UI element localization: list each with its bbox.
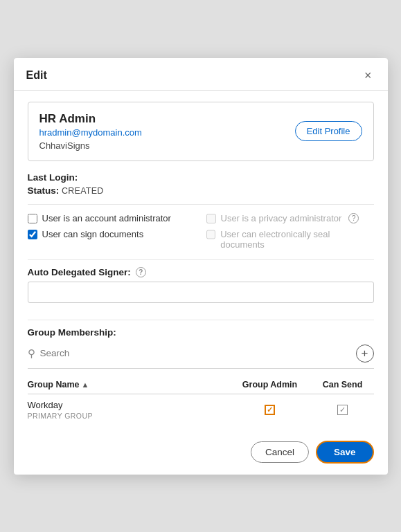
modal-header: Edit × <box>14 58 388 91</box>
divider-3 <box>28 320 374 320</box>
profile-org: ChhaviSigns <box>39 140 142 151</box>
can-send-checkbox[interactable]: ✓ <box>337 405 348 415</box>
electronic-seal-checkbox <box>206 230 216 239</box>
group-admin-cell: ✓ <box>229 405 312 415</box>
modal-footer: Cancel Save <box>14 432 388 475</box>
table-row: Workday PRIMARY GROUP ✓ ✓ <box>28 394 374 421</box>
account-admin-checkbox[interactable] <box>28 214 37 223</box>
can-send-cell: ✓ <box>312 405 374 415</box>
electronic-seal-label: User can electronically seal documents <box>220 229 373 250</box>
divider-1 <box>28 204 374 205</box>
sort-arrow-icon: ▲ <box>82 380 89 389</box>
modal-title: Edit <box>26 69 47 82</box>
status-value: CREATED <box>62 186 104 196</box>
col-group-admin: Group Admin <box>229 380 312 389</box>
edit-modal: Edit × HR Admin hradmin@mydomain.com Chh… <box>14 58 388 475</box>
can-sign-label: User can sign documents <box>42 229 144 239</box>
profile-email: hradmin@mydomain.com <box>39 127 142 138</box>
group-membership-label: Group Membership: <box>28 327 374 338</box>
auto-delegated-label: Auto Delegated Signer: ? <box>28 267 374 277</box>
cancel-button[interactable]: Cancel <box>251 441 309 463</box>
privacy-admin-row: User is a privacy administrator ? <box>206 213 374 223</box>
electronic-seal-row: User can electronically seal documents <box>206 229 374 250</box>
auto-delegated-input[interactable] <box>28 282 374 303</box>
account-admin-label: User is an account administrator <box>42 213 171 223</box>
privacy-admin-checkbox <box>206 214 216 223</box>
can-send-check-mark: ✓ <box>339 405 346 414</box>
save-button[interactable]: Save <box>316 441 374 464</box>
modal-body: HR Admin hradmin@mydomain.com ChhaviSign… <box>14 91 388 432</box>
group-admin-check-mark: ✓ <box>267 405 273 414</box>
can-sign-checkbox[interactable] <box>28 230 37 239</box>
profile-card: HR Admin hradmin@mydomain.com ChhaviSign… <box>28 102 374 161</box>
group-name-cell: Workday PRIMARY GROUP <box>28 400 229 420</box>
col-group-name: Group Name ▲ <box>28 380 229 389</box>
profile-username: HR Admin <box>39 112 142 126</box>
table-header: Group Name ▲ Group Admin Can Send <box>28 376 374 394</box>
status-row: Status: CREATED <box>28 185 374 196</box>
primary-group-label: PRIMARY GROUP <box>28 412 229 420</box>
auto-delegated-help-icon[interactable]: ? <box>136 267 146 277</box>
col-can-send: Can Send <box>312 380 374 389</box>
last-login-label: Last Login: <box>28 172 78 183</box>
add-group-button[interactable]: + <box>356 345 374 363</box>
checkboxes-grid: User is an account administrator User is… <box>28 213 374 250</box>
search-icon: ⚲ <box>28 347 35 360</box>
edit-profile-button[interactable]: Edit Profile <box>295 121 362 141</box>
privacy-help-icon[interactable]: ? <box>348 213 359 223</box>
last-login-row: Last Login: <box>28 172 374 183</box>
close-button[interactable]: × <box>361 68 375 83</box>
group-search-input[interactable] <box>40 348 356 358</box>
divider-2 <box>28 259 374 260</box>
profile-info: HR Admin hradmin@mydomain.com ChhaviSign… <box>39 112 142 151</box>
group-name: Workday <box>28 400 229 410</box>
privacy-admin-label: User is a privacy administrator <box>221 213 342 223</box>
account-admin-row: User is an account administrator <box>28 213 195 223</box>
group-admin-checkbox[interactable]: ✓ <box>265 405 275 415</box>
group-search-bar: ⚲ + <box>28 345 374 369</box>
can-sign-row: User can sign documents <box>28 229 195 250</box>
status-label: Status: <box>28 185 60 196</box>
